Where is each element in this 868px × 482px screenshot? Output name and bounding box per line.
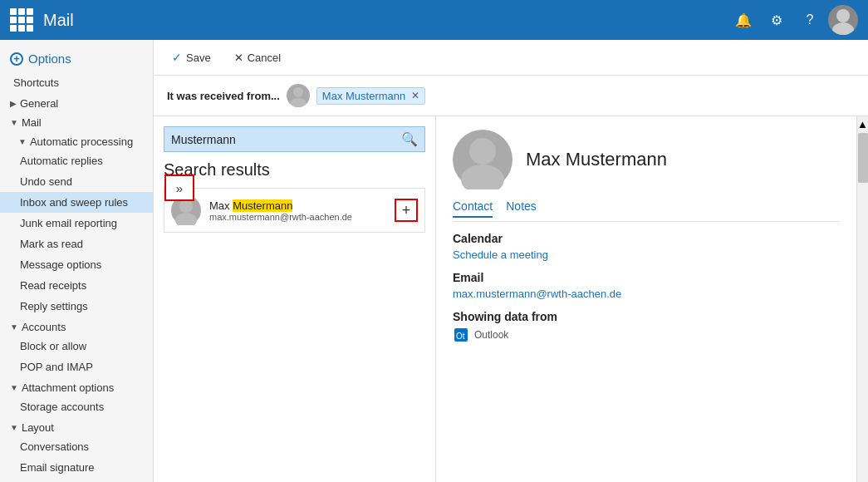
sidebar-section-general[interactable]: ▶ General	[0, 93, 153, 112]
auto-processing-arrow-icon: ▼	[18, 137, 27, 146]
svg-point-0	[836, 9, 850, 22]
cancel-x-icon: ✕	[234, 52, 243, 64]
contact-avatar-large	[453, 130, 512, 189]
result-name-highlight: Mustermann	[233, 199, 292, 212]
sidebar-section-accounts[interactable]: ▼ Accounts	[0, 317, 153, 336]
save-checkmark-icon: ✓	[172, 51, 182, 64]
contact-tab-notes[interactable]: Notes	[506, 199, 537, 218]
topbar-icons: 🔔 ⚙ ?	[728, 5, 858, 35]
content-area: ✓ Save ✕ Cancel It was received from...	[154, 40, 868, 482]
contact-schedule-meeting-link[interactable]: Schedule a meeting	[453, 248, 548, 261]
sidebar-item-junk-email[interactable]: Junk email reporting	[0, 213, 153, 234]
sidebar-item-email-signature[interactable]: Email signature	[0, 457, 153, 478]
sidebar-item-message-options[interactable]: Message options	[0, 254, 153, 275]
contact-name: Max Mustermann	[526, 149, 667, 170]
result-email: max.mustermann@rwth-aachen.de	[209, 212, 386, 222]
options-header[interactable]: + Options	[0, 43, 153, 72]
sidebar-item-pop-imap[interactable]: POP and IMAP	[0, 357, 153, 377]
user-avatar[interactable]	[828, 5, 858, 35]
contact-calendar-section: Calendar Schedule a meeting	[453, 232, 840, 261]
mail-arrow-icon: ▼	[10, 118, 18, 127]
search-panel: » 🔍 Search results	[154, 116, 868, 482]
svg-point-5	[175, 213, 197, 225]
svg-point-1	[832, 22, 854, 35]
accounts-arrow-icon: ▼	[10, 322, 18, 332]
contact-showing-data-section: Showing data from Ot Outlook	[453, 310, 840, 343]
cancel-button[interactable]: ✕ Cancel	[229, 49, 286, 66]
svg-point-3	[290, 98, 306, 107]
contact-scrollbar[interactable]: ▲	[856, 116, 868, 482]
attachment-arrow-icon: ▼	[10, 383, 18, 392]
app-grid-icon[interactable]	[10, 8, 33, 32]
svg-point-4	[179, 199, 193, 213]
contact-calendar-title: Calendar	[453, 232, 840, 245]
save-button[interactable]: ✓ Save	[167, 48, 216, 66]
topbar: Mail 🔔 ⚙ ?	[0, 0, 868, 40]
svg-point-6	[469, 138, 496, 165]
options-plus-icon: +	[10, 52, 23, 66]
search-left-panel: 🔍 Search results Max Mustermann	[154, 116, 436, 482]
sidebar-section-auto-processing[interactable]: ▼ Automatic processing	[0, 131, 153, 150]
settings-gear-icon[interactable]: ⚙	[762, 5, 792, 35]
contact-email-section: Email max.mustermann@rwth-aachen.de	[453, 271, 840, 300]
contact-email-value[interactable]: max.mustermann@rwth-aachen.de	[453, 288, 621, 300]
contact-panel: Max Mustermann Contact Notes Calendar Sc…	[436, 116, 856, 482]
search-results-title: Search results	[164, 160, 425, 180]
result-name: Max Mustermann	[209, 199, 386, 212]
condition-contact-avatar	[287, 84, 310, 107]
forward-button[interactable]: »	[164, 175, 194, 201]
sidebar-item-shortcuts[interactable]: Shortcuts	[0, 72, 153, 93]
contact-tab-contact[interactable]: Contact	[453, 199, 493, 218]
condition-tag-close-icon[interactable]: ✕	[411, 90, 419, 101]
outlook-icon: Ot	[453, 327, 469, 343]
search-input[interactable]	[171, 133, 401, 146]
result-add-button[interactable]: +	[395, 199, 418, 222]
sidebar-item-undo-send[interactable]: Undo send	[0, 171, 153, 192]
condition-avatar-icon	[287, 84, 310, 107]
contact-avatar-icon	[453, 130, 512, 189]
search-magnifier-icon[interactable]: 🔍	[401, 131, 418, 147]
notification-bell-icon[interactable]: 🔔	[728, 5, 758, 35]
sidebar-item-reply-settings[interactable]: Reply settings	[0, 296, 153, 317]
result-info: Max Mustermann max.mustermann@rwth-aache…	[209, 199, 386, 222]
help-question-icon[interactable]: ?	[795, 5, 825, 35]
options-label: Options	[28, 52, 71, 66]
sidebar-item-message-format[interactable]: Message format	[0, 478, 153, 482]
scrollbar-thumb[interactable]	[858, 133, 868, 183]
condition-contact-name: Max Mustermann	[322, 90, 405, 102]
condition-contact-tag: Max Mustermann ✕	[316, 87, 425, 105]
sidebar-item-auto-replies[interactable]: Automatic replies	[0, 150, 153, 171]
sidebar-section-layout[interactable]: ▼ Layout	[0, 417, 153, 436]
showing-data-source-label: Outlook	[474, 329, 508, 341]
contact-email-title: Email	[453, 271, 840, 284]
avatar-silhouette-icon	[828, 5, 858, 35]
sidebar-item-mark-as-read[interactable]: Mark as read	[0, 234, 153, 254]
condition-text: It was received from...	[167, 90, 280, 102]
sidebar-item-block-allow[interactable]: Block or allow	[0, 336, 153, 357]
sidebar-item-inbox-sweep[interactable]: Inbox and sweep rules	[0, 192, 153, 213]
svg-point-2	[293, 87, 303, 97]
sidebar: + Options Shortcuts ▶ General ▼ Mail ▼ A…	[0, 40, 154, 482]
sidebar-section-mail[interactable]: ▼ Mail	[0, 112, 153, 131]
main-layout: + Options Shortcuts ▶ General ▼ Mail ▼ A…	[0, 40, 868, 482]
contact-header: Max Mustermann	[453, 130, 840, 189]
svg-text:Ot: Ot	[456, 332, 465, 341]
svg-point-7	[461, 165, 504, 189]
sidebar-section-attachment[interactable]: ▼ Attachment options	[0, 377, 153, 396]
layout-arrow-icon: ▼	[10, 423, 18, 432]
app-title: Mail	[43, 11, 718, 30]
sidebar-item-storage-accounts[interactable]: Storage accounts	[0, 396, 153, 417]
toolbar: ✓ Save ✕ Cancel	[154, 40, 868, 76]
sidebar-item-conversations[interactable]: Conversations	[0, 436, 153, 457]
search-input-row: 🔍	[164, 126, 425, 152]
scrollbar-up-button[interactable]: ▲	[857, 116, 868, 132]
condition-row: It was received from... Max Mustermann ✕	[154, 76, 868, 116]
sidebar-item-read-receipts[interactable]: Read receipts	[0, 275, 153, 296]
general-arrow-icon: ▶	[10, 99, 17, 108]
contact-tabs: Contact Notes	[453, 199, 840, 222]
contact-showing-data-title: Showing data from	[453, 310, 840, 323]
search-result-item[interactable]: Max Mustermann max.mustermann@rwth-aache…	[164, 188, 425, 233]
